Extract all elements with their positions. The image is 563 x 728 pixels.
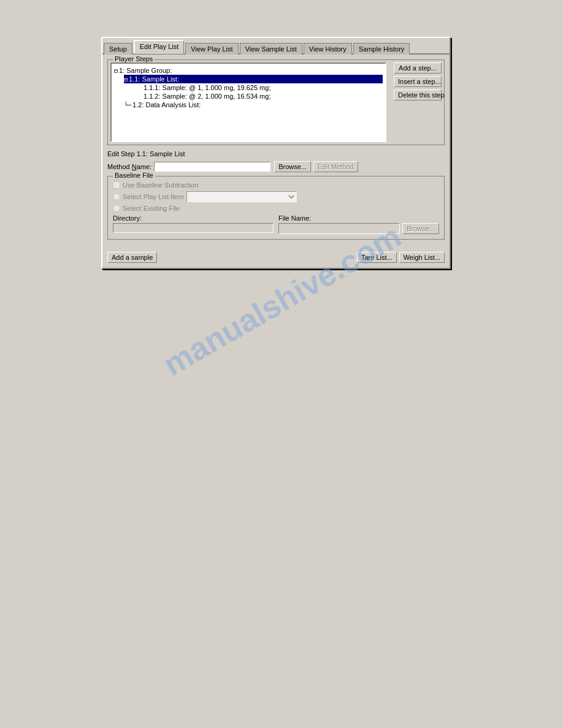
- main-window: Setup Edit Play List View Play List View…: [101, 37, 451, 269]
- select-playlist-row: Select Play List Item: [113, 191, 439, 202]
- tab-view-history[interactable]: View History: [304, 43, 352, 55]
- select-existing-row: Select Existing File: [113, 205, 439, 212]
- tab-setup[interactable]: Setup: [104, 43, 132, 55]
- filename-label: File Name:: [278, 214, 439, 222]
- tab-view-sample-list[interactable]: View Sample List: [240, 43, 302, 55]
- method-name-row: Method Name: Browse... Edit Method: [107, 161, 445, 172]
- side-buttons: Add a step... Insert a step... Delete th…: [391, 63, 442, 100]
- tab-sample-history[interactable]: Sample History: [353, 43, 410, 55]
- method-name-label: Method Name:: [107, 163, 151, 170]
- tree-view[interactable]: ⊟ 1: Sample Group: ⊟ 1.1: Sample List: 1…: [110, 63, 386, 142]
- filename-col: File Name: Browse...: [278, 214, 439, 234]
- insert-step-button[interactable]: Insert a step...: [394, 76, 442, 87]
- tree-connector-5: └─: [124, 102, 131, 108]
- tab-bar: Setup Edit Play List View Play List View…: [102, 38, 450, 55]
- dir-file-row: Directory: File Name: Browse...: [113, 214, 439, 234]
- playlist-dropdown[interactable]: [186, 191, 297, 202]
- tree-item-2[interactable]: ⊟ 1.1: Sample List:: [124, 75, 383, 83]
- tree-connector-1: ⊟: [114, 67, 118, 74]
- method-name-input[interactable]: [154, 162, 270, 172]
- browse-file-button[interactable]: Browse...: [402, 223, 439, 234]
- tree-connector-2: ⊟: [124, 76, 128, 83]
- baseline-file-label: Baseline File: [113, 172, 155, 179]
- tree-item-3[interactable]: 1.1.1: Sample: @ 1, 1.000 mg, 19.625 mg;: [144, 83, 383, 92]
- select-existing-radio[interactable]: [113, 205, 120, 212]
- content-area: Player Steps ⊟ 1: Sample Group: ⊟ 1.1: S…: [102, 55, 450, 249]
- player-steps-group: Player Steps ⊟ 1: Sample Group: ⊟ 1.1: S…: [107, 59, 445, 145]
- player-steps-label: Player Steps: [113, 55, 155, 63]
- tree-item-5-label: 1.2: Data Analysis List:: [132, 101, 201, 108]
- tree-item-1-label: 1: Sample Group:: [119, 67, 172, 74]
- directory-col: Directory:: [113, 214, 274, 233]
- tree-item-4[interactable]: 1.1.2: Sample: @ 2, 1.000 mg, 16.534 mg;: [144, 92, 383, 100]
- edit-step-header: Edit Step 1.1: Sample List: [107, 150, 445, 157]
- use-baseline-checkbox[interactable]: [113, 181, 120, 189]
- browse-method-button[interactable]: Browse...: [274, 161, 311, 172]
- baseline-file-group: Baseline File Use Baseline Subtraction S…: [107, 176, 445, 240]
- tree-item-5[interactable]: └─ 1.2: Data Analysis List:: [124, 100, 383, 109]
- bottom-bar: Add a sample Tare List... Weigh List...: [102, 249, 450, 268]
- tree-and-buttons: ⊟ 1: Sample Group: ⊟ 1.1: Sample List: 1…: [110, 63, 442, 142]
- directory-label: Directory:: [113, 214, 274, 222]
- use-baseline-text: Use Baseline Subtraction: [123, 181, 199, 189]
- tab-edit-play-list[interactable]: Edit Play List: [134, 40, 185, 54]
- weigh-list-button[interactable]: Weigh List...: [399, 252, 445, 263]
- add-sample-button[interactable]: Add a sample: [107, 252, 157, 263]
- tare-list-button[interactable]: Tare List...: [357, 252, 397, 263]
- tree-item-2-label: 1.1: Sample List:: [129, 75, 179, 83]
- use-baseline-row: Use Baseline Subtraction: [113, 181, 439, 189]
- select-existing-text: Select Existing File: [123, 205, 180, 212]
- add-step-button[interactable]: Add a step...: [394, 63, 442, 74]
- tree-item-3-label: 1.1.1: Sample: @ 1, 1.000 mg, 19.625 mg;: [144, 84, 270, 91]
- directory-input[interactable]: [113, 223, 274, 233]
- select-playlist-radio[interactable]: [113, 193, 120, 200]
- delete-step-button[interactable]: Delete this step: [394, 89, 442, 100]
- edit-method-button[interactable]: Edit Method: [313, 161, 358, 172]
- tree-item-4-label: 1.1.2: Sample: @ 2, 1.000 mg, 16.534 mg;: [144, 93, 270, 100]
- bottom-right-buttons: Tare List... Weigh List...: [357, 252, 445, 263]
- tree-item-1[interactable]: ⊟ 1: Sample Group:: [114, 66, 383, 75]
- tab-view-play-list[interactable]: View Play List: [185, 43, 238, 55]
- select-playlist-text: Select Play List Item: [123, 193, 184, 200]
- filename-input[interactable]: [278, 223, 400, 234]
